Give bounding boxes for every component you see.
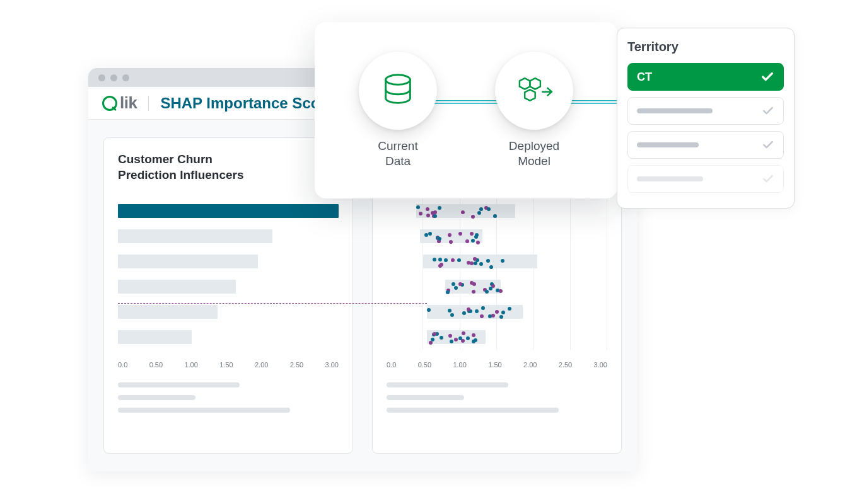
x-axis: 0.00.501.001.502.002.503.00 [387,361,607,369]
axis-tick: 2.50 [290,361,303,369]
territory-item-placeholder [637,142,699,147]
check-icon [762,173,774,185]
axis-tick: 1.50 [219,361,233,369]
bar [118,280,236,294]
axis-tick: 0.50 [149,361,163,369]
bar-row [387,203,607,219]
header-divider [148,96,149,111]
placeholder-line [118,382,240,387]
bar [420,229,482,243]
bar [416,204,516,218]
bar [427,330,486,344]
bar-row [118,279,339,294]
x-axis: 0.00.501.001.502.002.503.00 [118,361,339,369]
qlik-logo: lik [102,93,137,113]
qlik-logo-text: lik [120,93,137,113]
check-icon [762,105,774,117]
card-footer-placeholder [387,382,607,413]
card-footer-placeholder [118,382,339,413]
pipeline-card: Current Data Deployed Model [315,22,617,198]
territory-item-ct[interactable]: CT [627,63,784,91]
bar [118,255,258,268]
model-deploy-icon [495,52,573,130]
territory-item-label: CT [637,71,652,84]
bar-row [118,329,339,345]
bar-row [387,329,607,345]
bar [445,280,501,294]
bar-row [387,229,607,244]
bar-row [118,203,339,219]
bar-row [118,229,339,244]
axis-tick: 1.00 [453,361,466,369]
axis-tick: 1.00 [184,361,197,369]
axis-tick: 3.00 [325,361,339,369]
bar-chart [118,198,339,350]
card-title: Customer Churn Prediction Influencers [118,152,339,183]
qlik-logo-icon [102,96,117,111]
territory-item-placeholder [637,108,713,113]
window-dot [98,74,105,81]
check-icon [760,70,774,84]
bar-row [387,279,607,294]
bar [118,305,218,319]
placeholder-line [387,382,508,387]
pipeline-label: Deployed Model [509,139,559,169]
axis-tick: 3.00 [594,361,607,369]
scatter-row [387,329,607,345]
svg-point-0 [386,75,411,85]
placeholder-line [387,408,559,413]
bar-row [118,304,339,319]
pipeline-node-data[interactable]: Current Data [359,52,437,169]
territory-item-placeholder [637,176,703,181]
bar [118,330,192,344]
territory-item[interactable] [627,165,784,193]
bar-row [387,254,607,269]
territory-title: Territory [627,40,784,54]
axis-tick: 0.0 [118,361,127,369]
bar [118,229,272,243]
axis-tick: 2.00 [523,361,537,369]
database-icon [359,52,437,130]
window-dot [122,74,129,81]
axis-tick: 2.50 [559,361,572,369]
bar [118,204,339,218]
beeswarm-chart [387,198,607,350]
bar [423,255,537,268]
placeholder-line [118,395,195,400]
placeholder-line [387,395,464,400]
territory-panel: Territory CT [617,28,795,209]
threshold-line [118,303,427,304]
check-icon [762,139,774,151]
page-title: SHAP Importance Score [160,94,334,112]
axis-tick: 1.50 [488,361,501,369]
territory-item[interactable] [627,131,784,159]
territory-item[interactable] [627,97,784,125]
bar-row [118,254,339,269]
bar-row [387,304,607,319]
axis-tick: 0.50 [418,361,431,369]
pipeline-node-model[interactable]: Deployed Model [495,52,573,169]
pipeline-label: Current Data [378,139,417,169]
axis-tick: 2.00 [255,361,268,369]
axis-tick: 0.0 [387,361,396,369]
bar [427,305,523,319]
placeholder-line [118,408,290,413]
window-dot [110,74,117,81]
